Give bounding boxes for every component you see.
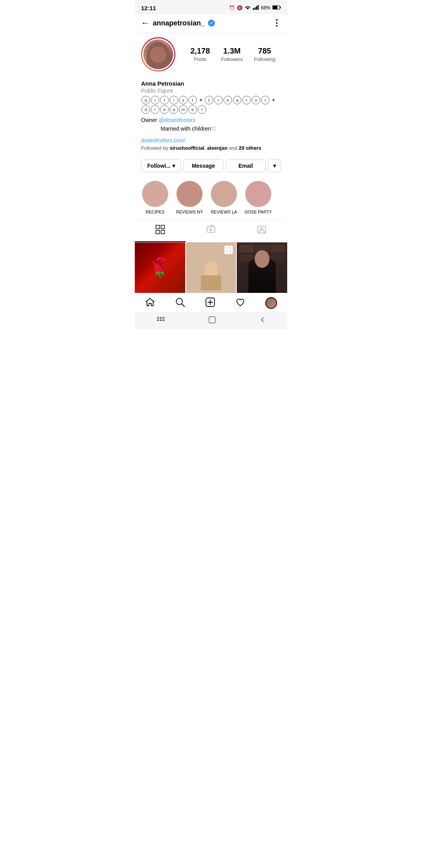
tab-igtv[interactable] [186,220,236,242]
system-nav [135,312,287,329]
avatar [143,39,173,69]
stat-posts[interactable]: 2,178 Posts [190,47,210,62]
grid-item-2[interactable] [186,242,236,293]
avatar-wrapper [141,37,175,72]
status-time: 12:11 [141,5,156,11]
content-tab-bar [135,220,287,242]
highlight-reviews-la[interactable]: REVIEWS LA [210,181,238,214]
follow-button[interactable]: Followi... ▾ [141,160,181,172]
bio-owner: Owner @doseofcolors [141,117,281,124]
system-menu-button[interactable] [156,317,165,323]
followers-label: Followers [221,56,243,62]
following-count: 785 [258,47,271,56]
svg-rect-25 [160,319,162,321]
profile-name: Anna Petrosian [141,80,281,87]
message-button[interactable]: Message [183,160,223,172]
circle-e2: e [160,105,169,114]
circle-c: c [205,96,213,104]
circle-d: d [141,105,150,114]
battery-percent: 68% [261,5,270,11]
follower-1: sirushoofficial [170,145,204,151]
svg-rect-2 [256,6,257,10]
back-button[interactable]: ← [141,18,150,28]
nav-profile-avatar [265,297,277,309]
svg-rect-7 [156,225,159,229]
header-left: ← annapetrosian_ ✓ [141,18,215,28]
circle-r4: r [151,105,159,114]
system-home-button[interactable] [208,316,216,324]
nav-search[interactable] [175,297,185,309]
circle-r2: r [214,96,223,104]
stat-following[interactable]: 785 Following [254,47,275,62]
tab-grid[interactable] [135,220,186,242]
email-button[interactable]: Email [226,160,266,172]
grid-img-3 [237,242,287,293]
following-label: Following [254,56,275,62]
nav-profile[interactable] [265,297,277,309]
svg-rect-14 [226,247,231,252]
battery-icon [272,5,281,11]
highlight-recipes[interactable]: RECIPES [141,181,169,214]
highlight-reviews-ny[interactable]: REVIEWS NY [175,181,204,214]
tab-tagged[interactable] [236,220,287,242]
grid-img-1: 🌹 [135,242,185,293]
avatar-inner [142,38,174,70]
circle-a3: a [170,105,178,114]
svg-rect-1 [254,7,256,10]
highlight-label-recipes: RECIPES [146,210,165,214]
grid-img-2 [186,242,236,293]
more-options-button[interactable]: ⋮ [272,18,281,28]
system-back-button[interactable] [259,317,266,323]
svg-rect-23 [163,317,165,319]
alarm-icon: ⏰ [229,5,235,11]
svg-rect-8 [161,225,165,229]
search-icon [175,297,185,309]
nav-home[interactable] [145,297,155,309]
wifi-icon [245,5,251,11]
header-username: annapetrosian_ [153,19,205,27]
circle-m: m [179,105,188,114]
heart-icon [235,297,245,309]
circle-e: e [224,96,232,104]
highlight-dose-party[interactable]: DOSE PARTY [244,181,272,214]
status-bar: 12:11 ⏰ 🔇 68% [135,0,287,14]
svg-line-17 [182,304,184,307]
action-buttons: Followi... ▾ Message Email ▾ [135,156,287,177]
dose-of-colors-link[interactable]: @doseofcolors [159,117,195,123]
bio-married: Married with children♡ [141,125,281,133]
highlight-label-dose-party: DOSE PARTY [245,210,272,214]
avatar-ring [141,37,175,72]
profile-section: 2,178 Posts 1.3M Followers 785 Following [135,32,287,80]
highlight-label-reviews-ny: REVIEWS NY [176,210,203,214]
circle-r3: r [261,96,270,104]
circle-i: i [170,96,178,104]
circle-r5: r [198,105,206,114]
followers-count: 1.3M [223,47,240,56]
circle-s: s [179,96,188,104]
circle-t: t [160,96,169,104]
circle-r: r [151,96,159,104]
grid-item-3[interactable] [237,242,287,293]
svg-rect-21 [157,317,159,319]
nav-heart[interactable] [235,297,245,309]
svg-rect-9 [156,230,159,234]
circle-a2: a [233,96,241,104]
more-button[interactable]: ▾ [268,160,281,172]
highlight-label-reviews-la: REVIEWS LA [211,210,237,214]
verified-badge: ✓ [208,20,215,27]
tv-icon [206,225,216,237]
nav-add[interactable] [205,297,215,309]
follower-others: 20 others [239,145,261,151]
dot-2: ✦ [271,97,276,103]
stat-followers[interactable]: 1.3M Followers [221,47,243,62]
follower-2: aleenjan [207,145,227,151]
posts-label: Posts [194,56,207,62]
bio-followed-by: Followed by sirushoofficial, aleenjan an… [141,145,281,151]
profile-category: Public Figure [141,88,281,94]
circle-o: o [252,96,260,104]
grid-icon [156,225,165,237]
grid-item-1[interactable]: 🌹 [135,242,185,293]
home-icon [145,297,155,309]
bio-website[interactable]: doseofcolors.com/ [141,137,281,143]
svg-rect-26 [163,319,165,321]
